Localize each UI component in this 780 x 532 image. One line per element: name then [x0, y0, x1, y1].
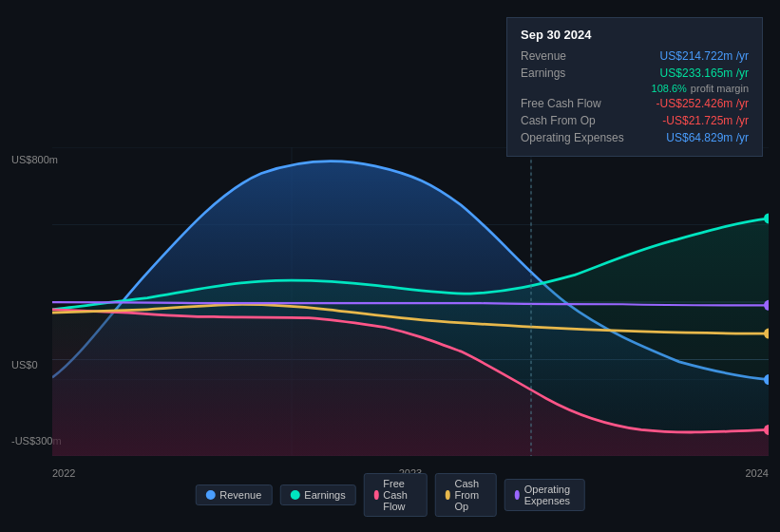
tooltip-label-opex: Operating Expenses [521, 131, 624, 144]
x-label-2024: 2024 [746, 467, 769, 479]
legend-dot-cashfromop [446, 490, 450, 500]
legend-dot-earnings [290, 490, 299, 500]
tooltip-profit-value: 108.6% [652, 83, 687, 94]
tooltip-value-cashfromop: -US$21.725m /yr [662, 114, 749, 127]
legend-dot-revenue [205, 490, 215, 500]
legend-item-fcf[interactable]: Free Cash Flow [364, 473, 428, 517]
legend-label-opex: Operating Expenses [524, 484, 575, 506]
legend-label-fcf: Free Cash Flow [383, 478, 417, 512]
tooltip-value-opex: US$64.829m /yr [666, 131, 749, 144]
x-label-2022: 2022 [52, 467, 75, 479]
tooltip-label-earnings: Earnings [521, 66, 565, 80]
chart-legend: Revenue Earnings Free Cash Flow Cash Fro… [195, 473, 585, 517]
legend-dot-fcf [374, 490, 379, 500]
legend-label-revenue: Revenue [219, 489, 261, 501]
tooltip-label-cashfromop: Cash From Op [521, 114, 596, 127]
tooltip-value-earnings: US$233.165m /yr [660, 66, 749, 80]
chart-svg [52, 147, 769, 456]
tooltip-row-revenue: Revenue US$214.722m /yr [521, 48, 749, 65]
y-axis-zero: US$0 [11, 359, 38, 370]
tooltip-row-fcf: Free Cash Flow -US$252.426m /yr [521, 95, 749, 112]
tooltip-profit-margin: 108.6% profit margin [521, 82, 749, 95]
legend-item-opex[interactable]: Operating Expenses [504, 479, 584, 511]
tooltip-value-fcf: -US$252.426m /yr [656, 97, 749, 110]
tooltip-card: Sep 30 2024 Revenue US$214.722m /yr Earn… [506, 17, 763, 157]
tooltip-date: Sep 30 2024 [521, 28, 749, 42]
y-axis-top: US$800m [11, 154, 58, 165]
chart-area [52, 147, 769, 456]
legend-item-earnings[interactable]: Earnings [279, 484, 355, 505]
tooltip-row-earnings: Earnings US$233.165m /yr [521, 65, 749, 82]
tooltip-label-revenue: Revenue [521, 49, 566, 63]
legend-item-revenue[interactable]: Revenue [195, 484, 272, 505]
tooltip-row-opex: Operating Expenses US$64.829m /yr [521, 129, 749, 146]
tooltip-row-cashfromop: Cash From Op -US$21.725m /yr [521, 112, 749, 129]
legend-dot-opex [514, 490, 519, 500]
legend-label-earnings: Earnings [304, 489, 345, 501]
tooltip-value-revenue: US$214.722m /yr [660, 49, 749, 63]
tooltip-label-fcf: Free Cash Flow [521, 97, 601, 110]
legend-item-cashfromop[interactable]: Cash From Op [435, 473, 497, 517]
legend-label-cashfromop: Cash From Op [454, 478, 485, 512]
